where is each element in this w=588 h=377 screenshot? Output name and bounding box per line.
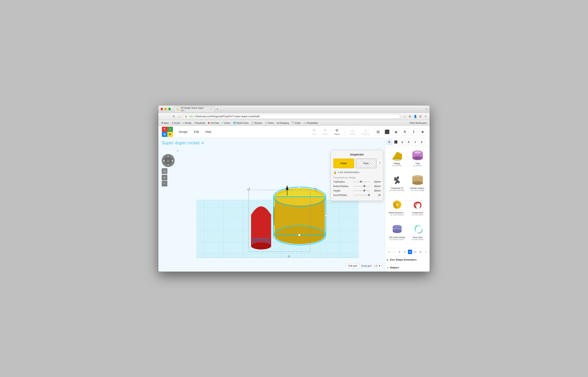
group-button[interactable]: △ Group xyxy=(348,127,357,136)
edit-grid-button[interactable]: Edit grid xyxy=(346,263,359,268)
menu-help[interactable]: Help xyxy=(203,129,214,135)
bookmark-other[interactable]: Other Bookmarks xyxy=(408,121,428,125)
tinkercad-logo[interactable]: T I N K xyxy=(162,127,173,137)
shape-hearts[interactable]: Hearts Around a ... by Kate Downey xyxy=(387,197,407,222)
refresh-button[interactable]: ↻ xyxy=(172,114,176,119)
page-8-button[interactable]: 8 xyxy=(397,250,402,254)
perspective-view-button[interactable]: ◱ xyxy=(162,168,167,174)
lock-label: Lock transformation xyxy=(338,171,359,174)
shape-generators: ▶ Your Shape Generators xyxy=(385,256,429,264)
bottom-radius-slider[interactable] xyxy=(353,186,370,187)
shape-donut[interactable]: donut slice by Rob Walch xyxy=(407,222,428,247)
address-bar[interactable]: 🔒 https://tinkercad.com/things/cptPUuy9Y… xyxy=(183,114,400,119)
helpers-header[interactable]: ▼ Helpers xyxy=(387,265,428,270)
home-view-icon[interactable]: ⌂ xyxy=(164,156,172,165)
menu-edit[interactable]: Edit xyxy=(192,129,201,135)
nav-compass[interactable]: ▲ ▼ ◀ ▶ ⌂ xyxy=(162,154,175,167)
bookmark-explo[interactable]: 🔭 Explo xyxy=(291,121,302,125)
bookmark-youtube[interactable]: ▶ YouTube xyxy=(207,121,220,125)
minimize-button[interactable]: − xyxy=(164,108,167,110)
grid-view-icon[interactable]: ⊞ xyxy=(374,128,382,135)
star-icon[interactable]: ☆ xyxy=(402,114,407,119)
page-next-button[interactable]: > xyxy=(423,250,428,254)
shape-cinquefoil[interactable]: Cinquefoil 2,5 by Kean Walmsley xyxy=(387,173,407,197)
tube-author: by Elkniwt xyxy=(414,165,422,167)
bookmark-boards[interactable]: 📋 Boards xyxy=(250,121,263,125)
num-sides-slider[interactable] xyxy=(353,195,370,196)
bookmark-vimeo[interactable]: V Vimeo xyxy=(221,121,231,125)
opera-icon[interactable]: O xyxy=(418,114,423,119)
text-panel-icon[interactable]: A xyxy=(406,139,412,145)
tab-close-button[interactable]: ✕ xyxy=(210,108,212,110)
home-button[interactable]: ⌂ xyxy=(177,114,182,119)
svg-point-36 xyxy=(414,157,421,159)
wireframe-panel-icon[interactable]: ◈ xyxy=(399,139,405,145)
cube-icon[interactable]: ⬛ xyxy=(383,128,391,135)
nav-arrow-left: ◀ xyxy=(163,160,165,162)
adjust-button[interactable]: ⚙ Adjust xyxy=(332,127,342,136)
page-12-button[interactable]: 12 xyxy=(418,250,423,254)
bookmark-feedly[interactable]: ● Feedly xyxy=(182,121,193,125)
close-button[interactable]: ✕ xyxy=(160,108,163,110)
grid-layout-icon[interactable]: ⊞ xyxy=(386,139,392,145)
zoom-out-button[interactable]: − xyxy=(162,181,167,187)
undo-label: Undo xyxy=(311,133,316,135)
color-button[interactable]: Color xyxy=(333,159,354,168)
shape-cylinder[interactable]: Cylinder w/para... by Arthur Maggi xyxy=(407,173,428,197)
top-radius-slider[interactable] xyxy=(353,181,370,182)
zoom-in-button[interactable]: + xyxy=(162,175,167,180)
bookmark-gmail[interactable]: M Gmail xyxy=(171,121,181,125)
active-tab[interactable]: 📐 3D design Super duper roc... ✕ xyxy=(174,106,215,112)
ungroup-button[interactable]: △ Ungroup xyxy=(360,127,371,136)
shape-thread[interactable]: ISO metric thread by Gustav Olsson xyxy=(387,222,407,247)
page-1-button[interactable]: 1 xyxy=(387,250,391,254)
tab-bar: 📐 3D design Super duper roc... ✕ + xyxy=(174,106,410,112)
number-icon[interactable]: 1 xyxy=(410,128,417,135)
star-panel-icon[interactable]: ★ xyxy=(419,139,425,145)
wireframe-icon[interactable]: ◈ xyxy=(392,128,400,135)
shape-wedge[interactable]: Wedge by Marrïsa xyxy=(387,148,407,173)
page-11-button[interactable]: 11 xyxy=(413,250,417,254)
tube-thumbnail xyxy=(410,149,425,162)
svg-rect-20 xyxy=(298,187,300,188)
viewport[interactable]: Super duper rocket ⚙ ? ▲ ▼ ◀ ▶ ⌂ ◱ xyxy=(159,138,385,271)
worldclock-label: World Clock xyxy=(237,122,249,124)
bookmark-news[interactable]: 📰 News xyxy=(264,121,275,125)
star-rating-icon[interactable]: ★ xyxy=(419,128,426,135)
vimeo-icon: V xyxy=(222,122,223,124)
profile-icon[interactable]: 👤 xyxy=(413,114,417,119)
forward-button[interactable]: → xyxy=(166,114,171,119)
text-icon[interactable]: A xyxy=(401,128,408,135)
hole-button[interactable]: Hole xyxy=(356,159,377,168)
bookmark-facebook[interactable]: f Facebook xyxy=(193,121,207,125)
maximize-button[interactable]: + xyxy=(168,108,171,110)
number-panel-icon[interactable]: 1 xyxy=(412,139,418,145)
lock-row: 🔒 Lock transformation xyxy=(333,171,381,174)
inspector-help-icon[interactable]: ? xyxy=(379,162,381,165)
bookmark-worldclock[interactable]: 🌐 World Clock xyxy=(232,121,250,125)
project-settings-icon[interactable]: ⚙ xyxy=(201,141,204,145)
svg-rect-21 xyxy=(325,215,327,217)
bookmark-readability[interactable]: 📖 Readability xyxy=(302,121,319,125)
back-button[interactable]: ← xyxy=(160,114,165,119)
wedge-name: Wedge xyxy=(394,162,400,165)
3d-cube-panel-icon[interactable]: ⬛ xyxy=(393,139,399,145)
bookmark-shopping[interactable]: 🛍 Shopping xyxy=(275,121,290,125)
helpers-label: Helpers xyxy=(390,266,399,269)
shape-generators-header[interactable]: ▶ Your Shape Generators xyxy=(387,258,428,262)
extension-icon[interactable]: ⚙ xyxy=(408,114,412,119)
shape-tube[interactable]: Tube by Elkniwt xyxy=(407,148,428,173)
page-10-button[interactable]: 10 xyxy=(408,250,412,254)
height-slider[interactable] xyxy=(353,190,370,191)
window-resize-icon[interactable]: ⤢ xyxy=(425,107,428,111)
page-9-button[interactable]: 9 xyxy=(403,250,407,254)
adjust-label: Adjust xyxy=(334,133,340,135)
new-tab-button[interactable]: + xyxy=(215,107,220,111)
redo-button[interactable]: ↻ Redo xyxy=(321,127,329,136)
bookmark-apps[interactable]: ⊞ Apps xyxy=(160,121,170,125)
shape-torus[interactable]: curved torus by Rob Walch xyxy=(407,197,428,222)
menu-icon[interactable]: ≡ xyxy=(423,114,428,119)
undo-button[interactable]: ↺ Undo xyxy=(310,127,318,136)
snap-grid-select[interactable]: 1.0 ▼ xyxy=(373,264,382,268)
menu-design[interactable]: Design xyxy=(176,129,190,135)
